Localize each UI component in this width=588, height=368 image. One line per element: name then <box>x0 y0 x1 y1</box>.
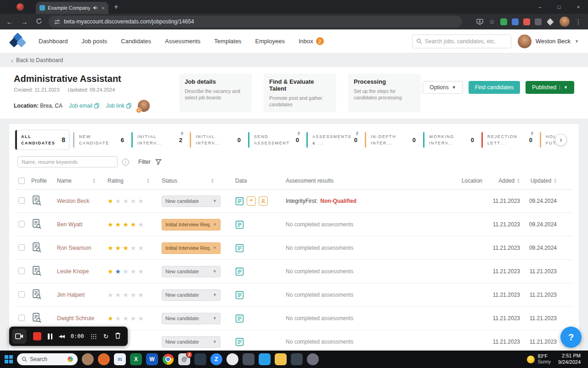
resume-preview-icon[interactable] <box>32 313 41 323</box>
window-close-button[interactable]: × <box>569 0 588 14</box>
nav-item-candidates[interactable]: Candidates <box>121 38 151 45</box>
header-updated[interactable]: Updated <box>531 178 551 184</box>
star-icon[interactable]: ★ <box>138 221 144 228</box>
star-icon[interactable]: ★ <box>107 221 113 228</box>
find-candidates-button[interactable]: Find candidates <box>469 81 520 94</box>
candidate-search-input[interactable] <box>22 159 113 165</box>
stage-tab-new-candidate[interactable]: NEWCANDIDATE6 <box>73 130 128 150</box>
row-checkbox[interactable] <box>18 197 25 204</box>
star-icon[interactable]: ★ <box>107 268 113 275</box>
nav-item-inbox[interactable]: Inbox2 <box>299 37 324 45</box>
resume-preview-icon[interactable] <box>32 219 41 229</box>
sort-icon[interactable]: ▲▼ <box>554 178 557 183</box>
candidate-name-link[interactable]: Ben Wyatt <box>57 221 82 228</box>
find-talent-card[interactable]: Find & Evaluate Talent Promote post and … <box>264 74 336 112</box>
weather-widget[interactable]: 83°F Sunny <box>527 354 551 365</box>
sort-icon[interactable]: ▲▼ <box>92 178 96 183</box>
star-icon[interactable]: ★ <box>123 291 129 299</box>
star-icon[interactable]: ★ <box>130 221 136 228</box>
window-minimize-button[interactable]: – <box>530 0 549 14</box>
row-checkbox[interactable] <box>18 244 25 251</box>
tab-close-button[interactable]: × <box>101 5 105 11</box>
screen-recorder-toolbar[interactable]: ◀◀ 0:00 ↻ <box>9 327 128 346</box>
job-email-link[interactable]: Job email <box>69 103 99 109</box>
star-icon[interactable]: ★ <box>107 291 113 299</box>
obs-icon[interactable] <box>226 353 238 365</box>
resume-data-icon[interactable] <box>235 314 244 323</box>
sort-icon[interactable]: ▲▼ <box>211 178 214 183</box>
extensions-puzzle-icon[interactable] <box>547 18 554 25</box>
browser-menu-button[interactable]: ⋮ <box>575 18 582 25</box>
vscode-icon[interactable] <box>259 353 271 365</box>
user-menu[interactable]: Weston Beck ▼ <box>518 34 579 48</box>
tools-grid-icon[interactable] <box>90 334 97 339</box>
badge-data-icon[interactable] <box>259 196 268 206</box>
webcam-icon[interactable] <box>12 329 27 344</box>
global-search[interactable] <box>412 34 511 48</box>
status-dropdown[interactable]: New candidate▼ <box>162 336 220 348</box>
people-icon[interactable] <box>82 353 94 365</box>
published-button[interactable]: Published ▼ <box>526 81 574 94</box>
star-icon[interactable]: ★ <box>123 315 129 322</box>
browser-tab[interactable]: Example Company × <box>36 2 108 14</box>
browser-profile-avatar[interactable] <box>560 17 570 27</box>
star-icon[interactable]: ★ <box>107 244 113 252</box>
resume-preview-icon[interactable] <box>32 266 41 276</box>
teams-icon[interactable] <box>194 353 206 365</box>
stage-tab-in-depth-inter[interactable]: IN-DEPTHINTER...0 <box>365 130 419 150</box>
header-status[interactable]: Status <box>162 178 177 184</box>
stage-tab-rejection-lett[interactable]: REJECTIONLETT...0 <box>481 130 536 150</box>
resume-preview-icon[interactable] <box>32 242 41 253</box>
wifi-icon[interactable] <box>243 353 254 365</box>
star-icon[interactable]: ★ <box>115 197 121 205</box>
nav-item-employees[interactable]: Employees <box>255 38 285 45</box>
sort-icon[interactable]: ▲▼ <box>147 178 150 183</box>
star-icon[interactable]: ★ <box>107 197 113 205</box>
status-dropdown[interactable]: New candidate▼ <box>162 196 220 207</box>
star-icon[interactable]: ★ <box>130 315 136 322</box>
stage-tab-assessments[interactable]: ASSESSMENTS& ...0 <box>306 130 361 150</box>
pause-recording-button[interactable] <box>48 334 52 339</box>
tab-audio-icon[interactable] <box>93 6 98 10</box>
contacts-icon[interactable] <box>307 353 319 365</box>
flame-icon[interactable] <box>98 353 110 365</box>
excel-icon[interactable]: X <box>130 353 142 365</box>
candidate-name-link[interactable]: Ron Swanson <box>57 245 91 251</box>
company-logo[interactable] <box>9 33 27 50</box>
star-icon[interactable]: ★ <box>115 268 121 275</box>
header-name[interactable]: Name <box>57 178 72 184</box>
stage-tab-working-interv[interactable]: WORKINGINTERV...0 <box>423 130 478 150</box>
star-icon[interactable]: ★ <box>107 315 113 322</box>
folder-icon[interactable] <box>275 353 287 365</box>
row-checkbox[interactable] <box>18 291 25 298</box>
taskbar-search[interactable]: Search <box>17 353 78 365</box>
status-dropdown[interactable]: New candidate▼ <box>162 289 220 301</box>
window-maximize-button[interactable]: □ <box>549 0 569 14</box>
resume-data-icon[interactable] <box>235 267 244 276</box>
notepad-icon[interactable] <box>291 353 303 365</box>
extension-green-icon[interactable] <box>500 18 507 25</box>
back-to-dashboard-link[interactable]: Back to Dashboard <box>16 57 63 63</box>
nav-item-job-posts[interactable]: Job posts <box>82 38 107 45</box>
resume-data-icon[interactable] <box>235 244 244 253</box>
resume-preview-icon[interactable] <box>32 289 41 299</box>
resume-data-icon[interactable] <box>235 338 244 346</box>
calendar-icon[interactable]: 31 <box>114 353 126 365</box>
star-icon[interactable]: ★ <box>130 291 136 299</box>
resume-data-icon[interactable] <box>235 220 244 229</box>
processing-card[interactable]: Processing Set up the steps for candidat… <box>348 74 421 112</box>
candidate-name-link[interactable]: Dwight Schrute <box>57 315 94 322</box>
filter-funnel-icon[interactable] <box>155 159 162 165</box>
candidate-name-link[interactable]: Jim Halpert <box>57 292 85 298</box>
sort-icon[interactable]: ▲▼ <box>517 178 520 183</box>
rewind-button[interactable]: ◀◀ <box>59 334 64 339</box>
mail-icon[interactable]: @2 <box>178 353 190 365</box>
nav-item-dashboard[interactable]: Dashboard <box>39 38 68 45</box>
stage-tab-send-assessment[interactable]: SENDASSESSMENT0 <box>248 130 303 150</box>
help-chat-button[interactable]: ? <box>560 327 582 348</box>
star-icon[interactable]: ★ <box>115 291 121 299</box>
star-icon[interactable]: ★ <box>138 315 144 322</box>
header-rating[interactable]: Rating <box>107 178 124 184</box>
candidate-name-link[interactable]: Leslie Knope <box>57 268 89 275</box>
stage-tab-initial-interv[interactable]: INITIALINTERV...2 <box>131 130 186 150</box>
